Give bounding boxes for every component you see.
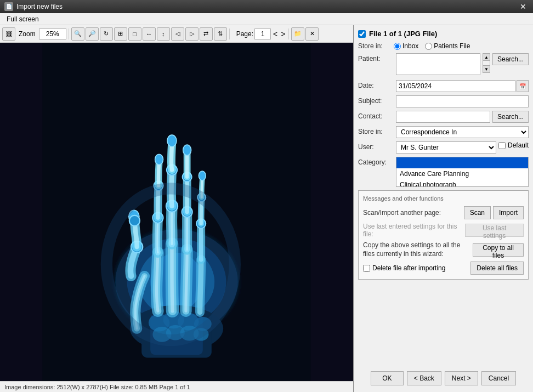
user-label: User: [358,141,394,151]
store-in-select-row: Store in: Correspondence In Corresponden… [358,126,529,138]
user-row: User: Mr S. Gunter Default [358,141,529,154]
page-next-btn[interactable]: > [280,30,286,38]
menu-bar: Full screen [0,13,533,25]
next-page-icon-btn[interactable]: ▷ [185,27,199,41]
date-input-group: 📅 [396,80,529,92]
next-btn[interactable]: Next > [445,371,478,385]
file-checkbox[interactable] [358,30,366,38]
svg-point-25 [155,154,163,164]
actual-size-btn[interactable]: □ [128,27,141,41]
category-item-advance-care[interactable]: Advance Care Planning [396,168,528,179]
category-item-clinical[interactable]: Clinical photograph [396,179,528,187]
separator3 [288,29,289,39]
contact-input[interactable] [396,111,490,123]
date-input[interactable] [396,80,515,92]
footer-buttons: OK < Back Next > Cancel [358,367,529,388]
subject-input[interactable] [396,95,529,107]
menu-fullscreen[interactable]: Full screen [2,14,43,24]
patient-search-btn[interactable]: Search... [492,53,529,65]
left-panel: 🖼 Zoom 🔍 🔎 ↻ ⊞ □ ↔ ↕ ◁ ▷ ⇄ ⇅ Page: < > 📁… [0,25,354,392]
file-header: File 1 of 1 (JPG File) [358,30,529,38]
image-area [0,43,353,381]
default-checkbox[interactable] [498,142,506,149]
zoom-out-btn[interactable]: 🔎 [86,27,99,41]
close-img-btn[interactable]: ✕ [305,27,319,41]
scan-import-label: Scan/Import another page: [363,209,441,217]
use-last-btn: Use last settings [465,224,524,237]
open-folder-btn[interactable]: 📁 [291,27,304,41]
status-bar: Image dimensions: 2512(W) x 2787(H) File… [0,381,353,392]
cancel-btn[interactable]: Cancel [481,371,516,385]
zoom-in-btn[interactable]: 🔍 [71,27,84,41]
subject-row: Subject: [358,95,529,107]
svg-point-26 [167,135,177,146]
category-row: Category: Advance Care Planning Clinical… [358,157,529,187]
delete-label-text: Delete file after importing [372,264,445,272]
category-label: Category: [358,157,394,166]
default-group: Default [498,141,529,149]
zoom-input[interactable] [39,29,66,39]
right-panel: File 1 of 1 (JPG File) Store in: Inbox P… [354,25,533,392]
scroll-down-arrow[interactable]: ▼ [483,65,490,73]
contact-label: Contact: [358,111,394,120]
category-item-empty[interactable] [396,157,528,168]
page-label: Page: [236,30,253,38]
mirror-v-btn[interactable]: ⇅ [214,27,227,41]
svg-point-31 [129,215,140,226]
date-label: Date: [358,80,394,89]
copy-settings-label: Copy the above settings to all the files… [363,241,473,258]
store-in-select-label: Store in: [358,126,394,135]
delete-checkbox[interactable] [363,265,370,272]
main-container: 🖼 Zoom 🔍 🔎 ↻ ⊞ □ ↔ ↕ ◁ ▷ ⇄ ⇅ Page: < > 📁… [0,25,533,392]
import-btn[interactable]: Import [493,206,524,219]
delete-all-btn[interactable]: Delete all files [470,262,524,275]
back-btn[interactable]: < Back [407,371,441,385]
use-last-row: Use last entered settings for this file:… [363,223,524,238]
prev-page-icon-btn[interactable]: ◁ [171,27,184,41]
fit-width-btn[interactable]: ↔ [143,27,156,41]
radio-inbox[interactable]: Inbox [394,42,418,50]
page-prev-btn[interactable]: < [272,30,279,38]
image-toolbar: 🖼 Zoom 🔍 🔎 ↻ ⊞ □ ↔ ↕ ◁ ▷ ⇄ ⇅ Page: < > 📁… [0,25,353,43]
store-in-label: Store in: [358,42,394,50]
user-select[interactable]: Mr S. Gunter [396,141,496,154]
rotate-btn[interactable]: ↻ [100,27,113,41]
scroll-up-arrow[interactable]: ▲ [483,53,490,61]
separator1 [69,29,69,39]
patient-input[interactable] [396,53,480,75]
default-label: Default [508,141,529,149]
zoom-label: Zoom [19,30,36,38]
ok-btn[interactable]: OK [371,371,404,385]
mirror-h-btn[interactable]: ⇄ [200,27,213,41]
contact-row: Contact: Search... [358,111,529,123]
use-last-label: Use last entered settings for this file: [363,223,465,238]
app-icon: 📄 [4,2,13,11]
patient-label: Patient: [358,53,394,63]
date-picker-btn[interactable]: 📅 [517,80,529,92]
store-in-row: Store in: Inbox Patients File [358,42,529,50]
subject-label: Subject: [358,95,394,105]
scan-btn[interactable]: Scan [464,206,491,219]
page-input[interactable] [254,29,271,39]
svg-point-28 [199,171,206,180]
contact-search-btn[interactable]: Search... [492,111,529,123]
radio-patients-file[interactable]: Patients File [425,42,470,50]
separator2 [229,29,230,39]
delete-label-group: Delete file after importing [363,264,445,272]
patient-row: Patient: ▲ ▼ Search... [358,53,529,77]
category-dropdown[interactable]: Advance Care Planning Clinical photograp… [396,157,529,187]
scan-import-row: Scan/Import another page: Scan Import [363,206,524,219]
fit-btn[interactable]: ⊞ [114,27,127,41]
fit-height-btn[interactable]: ↕ [157,27,170,41]
close-button[interactable]: ✕ [518,1,529,12]
file-title: File 1 of 1 (JPG File) [369,30,437,38]
window-title: Import new files [16,3,63,10]
copy-to-all-btn[interactable]: Copy to all files [473,243,524,257]
svg-point-27 [183,145,191,155]
messages-title: Messages and other functions [363,195,524,202]
xray-image [0,43,353,381]
date-row: Date: 📅 [358,80,529,92]
copy-settings-row: Copy the above settings to all the files… [363,241,524,258]
store-in-select[interactable]: Correspondence In Correspondence Out Res… [396,126,529,138]
image-btn[interactable]: 🖼 [2,27,15,41]
